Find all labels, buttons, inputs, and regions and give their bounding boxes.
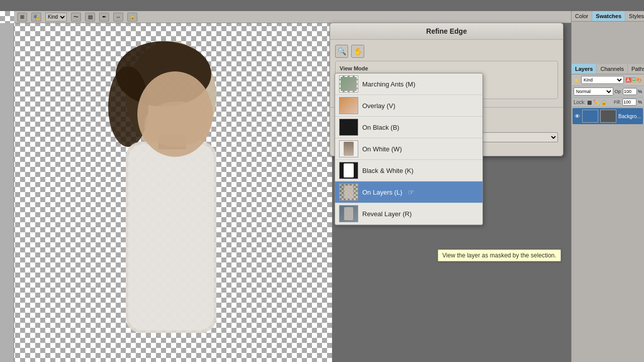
thumb-marching-ants: [339, 75, 358, 93]
thumb-black-white: [339, 162, 358, 179]
swatches-content: [572, 22, 644, 62]
icon-edit[interactable]: ✒: [99, 13, 109, 22]
layer-visibility-icon[interactable]: 👁: [575, 113, 580, 119]
hand-tool-btn[interactable]: ✋: [351, 45, 364, 58]
tooltip: View the layer as masked by the selectio…: [438, 249, 561, 261]
dropdown-item-overlay[interactable]: Overlay (V): [335, 95, 482, 117]
mode-select[interactable]: Normal: [574, 87, 613, 96]
dropdown-item-on-black[interactable]: On Black (B): [335, 117, 482, 138]
icon-transform[interactable]: ⊞: [17, 13, 27, 22]
fill-label: Fill:: [614, 100, 621, 105]
icon-move[interactable]: ↔: [113, 13, 123, 22]
item-label-overlay: Overlay (V): [362, 102, 395, 110]
dialog-title: Refine Edge: [330, 23, 563, 40]
dialog-tool-row: 🔍 ✋: [335, 45, 558, 58]
panels-area: Color Swatches Styles Layers Channels Pa…: [571, 11, 644, 362]
tab-color[interactable]: Color: [572, 11, 592, 21]
thumb-reveal-layer: [339, 205, 358, 222]
lock-transparent-icon[interactable]: ▩: [587, 100, 592, 105]
cursor-icon: ☞: [408, 188, 415, 196]
dropdown-item-black-white[interactable]: Black & White (K): [335, 160, 482, 182]
thumb-on-layers: [339, 184, 358, 201]
tab-swatches[interactable]: Swatches: [592, 11, 625, 21]
percent-sign: %: [638, 89, 642, 94]
filter-icon: ⚡: [574, 77, 580, 83]
thumb-on-black: [339, 119, 358, 136]
zoom-tool-btn[interactable]: 🔍: [335, 45, 348, 58]
layer-entry[interactable]: 👁 Backgro...: [573, 108, 643, 124]
item-label-black-white: Black & White (K): [362, 167, 414, 174]
left-toolbar: [0, 23, 14, 362]
thumb-overlay: [339, 97, 358, 114]
icon-filter[interactable]: 🎭: [31, 13, 41, 22]
layer-name: Backgro...: [618, 114, 641, 119]
dropdown-item-reveal-layer[interactable]: Reveal Layer (R): [335, 203, 482, 225]
lock-image-icon[interactable]: ✏️: [593, 100, 599, 105]
svg-point-7: [144, 102, 210, 147]
tab-channels[interactable]: Channels: [597, 64, 627, 74]
mode-row: Normal Op: %: [572, 86, 644, 98]
item-label-on-white: On White (W): [362, 145, 402, 153]
view-dropdown-menu: Marching Ants (M) Overlay (V) On Black (…: [335, 73, 483, 225]
layer-mask-thumbnail: [600, 110, 616, 123]
view-mode-title: View Mode: [340, 65, 553, 71]
opacity-input[interactable]: [623, 88, 637, 95]
canvas-area: [0, 11, 332, 362]
dropdown-item-marching-ants[interactable]: Marching Ants (M): [335, 73, 482, 95]
opacity-label: Op:: [614, 89, 622, 94]
tab-paths[interactable]: Paths: [628, 64, 644, 74]
lock-row: Lock: ▩ ✏️ 🔒 Fill: %: [572, 98, 644, 107]
lock-position-icon[interactable]: 🔒: [601, 100, 607, 105]
item-label-on-black: On Black (B): [362, 124, 399, 131]
fill-percent: %: [638, 100, 642, 105]
tab-layers[interactable]: Layers: [572, 64, 597, 74]
top-panel-tabs: Color Swatches Styles: [572, 11, 644, 22]
icon-lock[interactable]: 🔒: [127, 13, 137, 22]
item-label-on-layers: On Layers (L): [362, 189, 402, 196]
icon-curves[interactable]: 〜: [71, 13, 81, 22]
lock-label: Lock:: [574, 100, 586, 105]
dropdown-item-on-white[interactable]: On White (W): [335, 138, 482, 160]
layer-thumbnail: [582, 110, 598, 123]
layers-tabs-row: Layers Channels Paths: [572, 64, 644, 74]
options-bar: ⊞ 🎭 Kind 〜 ▤ ✒ ↔ 🔒: [14, 11, 571, 23]
item-label-reveal-layer: Reveal Layer (R): [362, 210, 412, 218]
thumb-on-white: [339, 140, 358, 157]
fill-input[interactable]: [622, 99, 636, 106]
kind-dropdown[interactable]: Kind: [45, 13, 67, 22]
dropdown-item-on-layers[interactable]: On Layers (L) ☞: [335, 182, 482, 203]
tab-styles[interactable]: Styles: [625, 11, 644, 21]
layers-filter-row: ⚡ Kind 🅰️🖼️🎨: [572, 74, 644, 86]
icon-levels[interactable]: ▤: [85, 13, 95, 22]
kind-select[interactable]: Kind: [581, 76, 624, 84]
filter-icons-row: 🅰️🖼️🎨: [625, 77, 642, 82]
person-silhouette: [40, 36, 292, 348]
item-label-marching-ants: Marching Ants (M): [362, 80, 415, 88]
svg-rect-4: [128, 144, 214, 330]
